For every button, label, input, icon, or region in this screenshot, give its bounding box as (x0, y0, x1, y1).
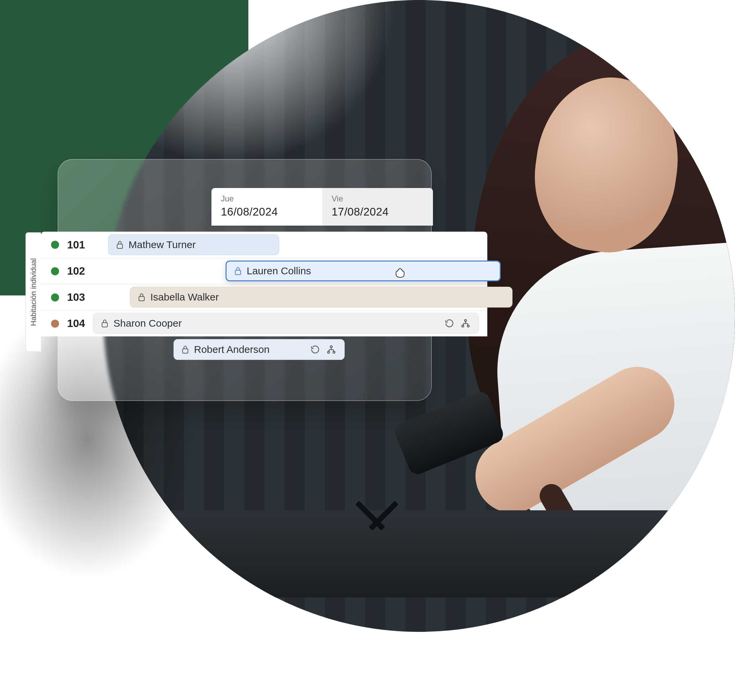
svg-rect-2 (139, 296, 144, 301)
svg-rect-0 (117, 244, 122, 249)
table-surface (150, 510, 721, 598)
svg-point-6 (467, 325, 469, 327)
lock-icon (101, 319, 109, 328)
svg-rect-1 (235, 270, 241, 275)
svg-point-9 (328, 351, 329, 353)
date-column-fri[interactable]: Vie 17/08/2024 (322, 188, 433, 226)
status-dot-icon (51, 320, 59, 328)
status-dot-icon (51, 267, 59, 275)
sitemap-icon[interactable] (460, 318, 471, 329)
date-dayname-0: Jue (221, 194, 313, 203)
lock-icon (181, 345, 189, 354)
lock-icon (138, 293, 146, 302)
room-number: 103 (67, 291, 85, 303)
date-header: Jue 16/08/2024 Vie 17/08/2024 (212, 188, 433, 226)
status-dot-icon (51, 241, 59, 249)
room-type-text: Habitación individual (29, 258, 38, 326)
booking-pill-lauren[interactable]: Lauren Collins (225, 260, 501, 281)
phone-stand (352, 496, 406, 533)
booking-pill-sharon[interactable]: Sharon Cooper (93, 313, 479, 334)
room-type-label: Habitación individual (25, 232, 41, 352)
sitemap-icon[interactable] (326, 344, 337, 355)
svg-rect-7 (182, 349, 188, 353)
lock-icon (116, 240, 124, 250)
status-dot-icon (51, 293, 59, 301)
guest-name: Robert Anderson (194, 344, 269, 355)
date-value-0: 16/08/2024 (221, 206, 313, 218)
date-dayname-1: Vie (332, 194, 423, 203)
guest-name: Isabella Walker (150, 291, 219, 303)
guest-name: Lauren Collins (247, 265, 311, 276)
guest-name: Mathew Turner (129, 239, 196, 250)
lock-icon (234, 266, 242, 276)
date-value-1: 17/08/2024 (332, 206, 423, 218)
refresh-icon[interactable] (444, 318, 455, 329)
date-column-thu[interactable]: Jue 16/08/2024 (212, 188, 322, 226)
refresh-icon[interactable] (309, 344, 321, 355)
room-number: 104 (67, 317, 85, 330)
booking-pill-isabella[interactable]: Isabella Walker (130, 287, 513, 307)
svg-point-5 (462, 325, 464, 327)
booking-pill-mathew[interactable]: Mathew Turner (108, 234, 279, 255)
room-number: 102 (67, 265, 85, 277)
guest-name: Sharon Cooper (113, 318, 182, 329)
svg-rect-3 (102, 323, 107, 327)
room-number: 101 (67, 239, 85, 251)
svg-point-4 (465, 320, 466, 322)
booking-pill-robert[interactable]: Robert Anderson (173, 339, 345, 360)
room-rows: 101 102 103 104 (41, 232, 487, 337)
svg-point-8 (330, 346, 332, 348)
svg-point-10 (333, 351, 335, 353)
